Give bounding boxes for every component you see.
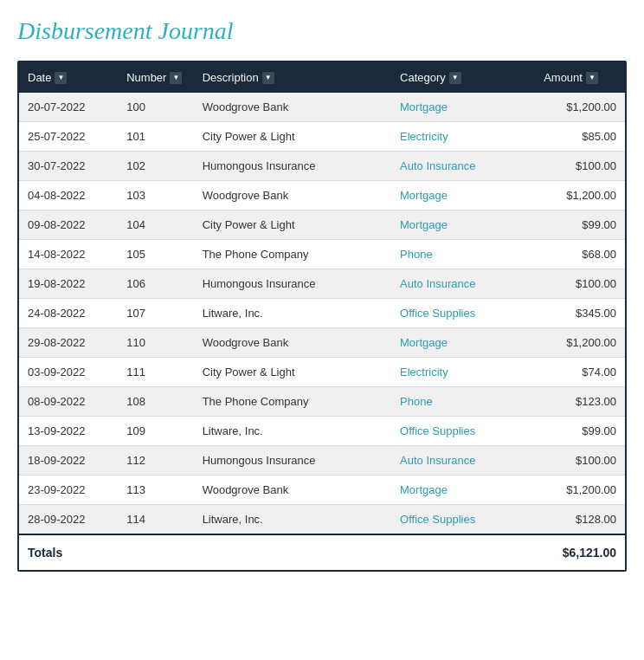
category-link[interactable]: Auto Insurance (400, 454, 475, 467)
cell-date: 08-09-2022 (19, 387, 118, 417)
table-row: 08-09-2022108The Phone CompanyPhone$123.… (19, 387, 625, 417)
table-row: 23-09-2022113Woodgrove BankMortgage$1,20… (19, 476, 625, 505)
cell-description: Woodgrove Bank (194, 476, 391, 505)
cell-number: 110 (118, 328, 193, 358)
cell-description: Litware, Inc. (194, 505, 391, 535)
cell-category[interactable]: Auto Insurance (391, 269, 535, 299)
cell-date: 18-09-2022 (19, 446, 118, 476)
table-row: 04-08-2022103Woodgrove BankMortgage$1,20… (19, 181, 625, 210)
cell-category[interactable]: Office Supplies (391, 417, 535, 446)
col-header-number[interactable]: Number▼ (118, 62, 193, 93)
dropdown-arrow-amount[interactable]: ▼ (586, 72, 598, 84)
category-link[interactable]: Mortgage (400, 100, 448, 113)
cell-date: 03-09-2022 (19, 358, 118, 387)
dropdown-arrow-number[interactable]: ▼ (170, 72, 182, 84)
col-header-date[interactable]: Date▼ (19, 62, 118, 93)
category-link[interactable]: Office Supplies (400, 307, 475, 320)
cell-amount: $123.00 (535, 387, 625, 417)
cell-category[interactable]: Auto Insurance (391, 152, 535, 181)
cell-category[interactable]: Mortgage (391, 328, 535, 358)
category-link[interactable]: Auto Insurance (400, 159, 475, 172)
cell-amount: $1,200.00 (535, 93, 625, 122)
table-header-row: Date▼Number▼Description▼Category▼Amount▼ (19, 62, 625, 93)
cell-number: 106 (118, 269, 193, 299)
cell-description: Humongous Insurance (194, 269, 391, 299)
cell-amount: $1,200.00 (535, 181, 625, 210)
cell-category[interactable]: Electricity (391, 358, 535, 387)
cell-category[interactable]: Mortgage (391, 210, 535, 240)
table-row: 25-07-2022101City Power & LightElectrici… (19, 122, 625, 152)
table-row: 28-09-2022114Litware, Inc.Office Supplie… (19, 505, 625, 535)
table-row: 29-08-2022110Woodgrove BankMortgage$1,20… (19, 328, 625, 358)
cell-amount: $345.00 (535, 299, 625, 328)
cell-description: City Power & Light (194, 122, 391, 152)
cell-amount: $85.00 (535, 122, 625, 152)
cell-number: 102 (118, 152, 193, 181)
cell-date: 20-07-2022 (19, 93, 118, 122)
dropdown-arrow-description[interactable]: ▼ (262, 72, 274, 84)
cell-number: 111 (118, 358, 193, 387)
table-row: 13-09-2022109Litware, Inc.Office Supplie… (19, 417, 625, 446)
table-row: 14-08-2022105The Phone CompanyPhone$68.0… (19, 240, 625, 269)
cell-number: 112 (118, 446, 193, 476)
totals-row: Totals $6,121.00 (19, 534, 625, 570)
category-link[interactable]: Auto Insurance (400, 277, 475, 290)
category-link[interactable]: Phone (400, 395, 433, 408)
cell-description: The Phone Company (194, 387, 391, 417)
cell-category[interactable]: Mortgage (391, 181, 535, 210)
cell-category[interactable]: Office Supplies (391, 299, 535, 328)
cell-category[interactable]: Phone (391, 240, 535, 269)
cell-category[interactable]: Office Supplies (391, 505, 535, 535)
cell-number: 113 (118, 476, 193, 505)
dropdown-arrow-date[interactable]: ▼ (55, 72, 67, 84)
cell-category[interactable]: Phone (391, 387, 535, 417)
dropdown-arrow-category[interactable]: ▼ (449, 72, 461, 84)
category-link[interactable]: Mortgage (400, 218, 448, 231)
category-link[interactable]: Mortgage (400, 336, 448, 349)
table-row: 20-07-2022100Woodgrove BankMortgage$1,20… (19, 93, 625, 122)
category-link[interactable]: Electricity (400, 130, 448, 143)
table-body: 20-07-2022100Woodgrove BankMortgage$1,20… (19, 93, 625, 534)
category-link[interactable]: Mortgage (400, 483, 448, 496)
cell-description: Woodgrove Bank (194, 328, 391, 358)
cell-category[interactable]: Auto Insurance (391, 446, 535, 476)
cell-category[interactable]: Electricity (391, 122, 535, 152)
cell-description: Humongous Insurance (194, 152, 391, 181)
cell-number: 104 (118, 210, 193, 240)
col-header-category[interactable]: Category▼ (391, 62, 535, 93)
cell-description: Litware, Inc. (194, 299, 391, 328)
table-row: 18-09-2022112Humongous InsuranceAuto Ins… (19, 446, 625, 476)
cell-date: 30-07-2022 (19, 152, 118, 181)
category-link[interactable]: Phone (400, 248, 433, 261)
col-header-amount[interactable]: Amount▼ (535, 62, 625, 93)
table-footer: Totals $6,121.00 (19, 534, 625, 570)
table-row: 19-08-2022106Humongous InsuranceAuto Ins… (19, 269, 625, 299)
category-link[interactable]: Office Supplies (400, 513, 475, 526)
cell-amount: $100.00 (535, 152, 625, 181)
category-link[interactable]: Office Supplies (400, 424, 475, 437)
cell-category[interactable]: Mortgage (391, 476, 535, 505)
cell-description: Woodgrove Bank (194, 93, 391, 122)
cell-amount: $1,200.00 (535, 476, 625, 505)
cell-description: Litware, Inc. (194, 417, 391, 446)
cell-date: 13-09-2022 (19, 417, 118, 446)
cell-number: 100 (118, 93, 193, 122)
cell-amount: $100.00 (535, 269, 625, 299)
category-link[interactable]: Mortgage (400, 189, 448, 202)
table-row: 24-08-2022107Litware, Inc.Office Supplie… (19, 299, 625, 328)
cell-description: City Power & Light (194, 210, 391, 240)
category-link[interactable]: Electricity (400, 366, 448, 379)
cell-amount: $99.00 (535, 210, 625, 240)
cell-amount: $1,200.00 (535, 328, 625, 358)
cell-amount: $68.00 (535, 240, 625, 269)
cell-category[interactable]: Mortgage (391, 93, 535, 122)
cell-description: Woodgrove Bank (194, 181, 391, 210)
table-row: 03-09-2022111City Power & LightElectrici… (19, 358, 625, 387)
cell-number: 109 (118, 417, 193, 446)
cell-number: 108 (118, 387, 193, 417)
totals-amount: $6,121.00 (535, 534, 625, 570)
cell-amount: $100.00 (535, 446, 625, 476)
col-header-description[interactable]: Description▼ (194, 62, 391, 93)
cell-date: 28-09-2022 (19, 505, 118, 535)
cell-date: 04-08-2022 (19, 181, 118, 210)
